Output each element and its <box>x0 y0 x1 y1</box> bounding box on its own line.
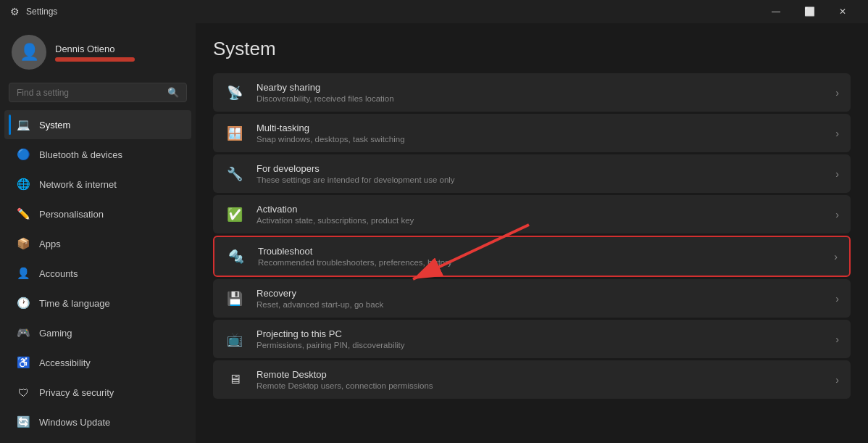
remote-desktop-icon: 🖥 <box>225 370 245 390</box>
sidebar-item-label-gaming: Gaming <box>39 328 72 339</box>
gaming-icon: 🎮 <box>16 326 30 340</box>
sidebar-item-label-accessibility: Accessibility <box>39 357 91 368</box>
settings-item-activation[interactable]: ✅ Activation Activation state, subscript… <box>213 195 851 233</box>
chevron-right-icon: › <box>835 209 839 220</box>
nav-list: 💻 System 🔵 Bluetooth & devices 🌐 Network… <box>0 109 196 437</box>
chevron-right-icon: › <box>835 374 839 386</box>
bluetooth-icon: 🔵 <box>16 147 30 162</box>
sidebar-item-label-apps: Apps <box>39 239 61 249</box>
sidebar-item-accounts[interactable]: 👤 Accounts <box>4 259 191 288</box>
close-button[interactable]: ✕ <box>826 0 859 23</box>
page-title: System <box>213 38 851 60</box>
window-controls: — ⬜ ✕ <box>759 0 859 23</box>
system-icon: 💻 <box>16 117 30 132</box>
projecting-icon: 📺 <box>225 329 245 349</box>
chevron-right-icon: › <box>834 251 838 262</box>
chevron-right-icon: › <box>835 128 839 139</box>
accounts-icon: 👤 <box>16 266 30 281</box>
settings-item-text: Recovery Reset, advanced start-up, go ba… <box>256 288 824 309</box>
settings-item-desc: Remote Desktop users, connection permiss… <box>256 381 824 390</box>
settings-item-desc: Discoverability, received files location <box>256 94 824 103</box>
sidebar: 👤 Dennis Otieno 🔍 💻 System <box>0 23 196 443</box>
sidebar-item-label-windows-update: Windows Update <box>39 417 110 428</box>
chevron-right-icon: › <box>835 87 839 99</box>
troubleshoot-icon: 🔩 <box>226 247 246 267</box>
sidebar-item-label-privacy: Privacy & security <box>39 387 114 398</box>
settings-item-title: Troubleshoot <box>258 246 822 257</box>
recovery-icon: 💾 <box>225 289 245 309</box>
privacy-icon: 🛡 <box>16 385 30 399</box>
chevron-right-icon: › <box>835 293 839 305</box>
sidebar-item-system[interactable]: 💻 System <box>4 110 191 139</box>
titlebar: ⚙ Settings — ⬜ ✕ <box>0 0 868 23</box>
sidebar-item-gaming[interactable]: 🎮 Gaming <box>4 318 191 347</box>
settings-item-title: Remote Desktop <box>256 369 824 380</box>
search-input[interactable] <box>17 88 162 98</box>
settings-item-nearby-sharing[interactable]: 📡 Nearby sharing Discoverability, receiv… <box>213 73 851 112</box>
settings-item-for-developers[interactable]: 🔧 For developers These settings are inte… <box>213 154 851 193</box>
avatar: 👤 <box>12 35 46 70</box>
settings-item-recovery[interactable]: 💾 Recovery Reset, advanced start-up, go … <box>213 279 851 318</box>
settings-item-text: For developers These settings are intend… <box>256 163 824 184</box>
main-content: System 📡 Nearby sharing Discoverability,… <box>196 23 868 443</box>
settings-app-icon: ⚙ <box>9 6 20 17</box>
titlebar-title: Settings <box>26 7 57 17</box>
sidebar-item-accessibility[interactable]: ♿ Accessibility <box>4 348 191 377</box>
sidebar-item-label-accounts: Accounts <box>39 268 78 279</box>
accessibility-icon: ♿ <box>16 355 30 370</box>
settings-item-desc: These settings are intended for developm… <box>256 175 824 184</box>
settings-item-title: For developers <box>256 163 824 174</box>
settings-item-text: Remote Desktop Remote Desktop users, con… <box>256 369 824 390</box>
sidebar-item-apps[interactable]: 📦 Apps <box>4 229 191 258</box>
settings-item-desc: Activation state, subscriptions, product… <box>256 216 824 225</box>
time-icon: 🕐 <box>16 296 30 310</box>
user-name: Dennis Otieno <box>55 44 135 54</box>
sidebar-item-windows-update[interactable]: 🔄 Windows Update <box>4 407 191 436</box>
user-bar <box>55 57 135 62</box>
minimize-button[interactable]: — <box>759 0 793 23</box>
settings-item-title: Multi-tasking <box>256 123 824 133</box>
apps-icon: 📦 <box>16 236 30 251</box>
sidebar-item-label-personalisation: Personalisation <box>39 209 104 220</box>
settings-item-text: Troubleshoot Recommended troubleshooters… <box>258 246 822 267</box>
search-container: 🔍 <box>0 78 196 109</box>
sidebar-item-network[interactable]: 🌐 Network & internet <box>4 170 191 199</box>
activation-icon: ✅ <box>225 204 245 225</box>
settings-item-remote-desktop[interactable]: 🖥 Remote Desktop Remote Desktop users, c… <box>213 360 851 399</box>
settings-list: 📡 Nearby sharing Discoverability, receiv… <box>213 73 851 399</box>
settings-item-text: Multi-tasking Snap windows, desktops, ta… <box>256 123 824 144</box>
sidebar-item-bluetooth[interactable]: 🔵 Bluetooth & devices <box>4 140 191 169</box>
chevron-right-icon: › <box>835 168 839 180</box>
settings-item-text: Nearby sharing Discoverability, received… <box>256 82 824 103</box>
search-icon: 🔍 <box>167 87 179 98</box>
sidebar-item-label-system: System <box>39 120 70 131</box>
windows-update-icon: 🔄 <box>16 415 30 429</box>
nearby-sharing-icon: 📡 <box>225 83 245 103</box>
sidebar-item-privacy[interactable]: 🛡 Privacy & security <box>4 378 191 407</box>
sidebar-item-label-bluetooth: Bluetooth & devices <box>39 149 122 160</box>
user-profile: 👤 Dennis Otieno <box>0 23 196 78</box>
maximize-button[interactable]: ⬜ <box>793 0 826 23</box>
personalisation-icon: ✏️ <box>16 207 30 221</box>
settings-item-desc: Recommended troubleshooters, preferences… <box>258 258 822 267</box>
sidebar-item-label-time: Time & language <box>39 298 110 309</box>
settings-item-desc: Permissions, pairing PIN, discoverabilit… <box>256 341 824 349</box>
settings-item-desc: Snap windows, desktops, task switching <box>256 135 824 144</box>
settings-item-multi-tasking[interactable]: 🪟 Multi-tasking Snap windows, desktops, … <box>213 114 851 152</box>
search-box[interactable]: 🔍 <box>9 83 187 102</box>
settings-item-desc: Reset, advanced start-up, go back <box>256 300 824 309</box>
for-developers-icon: 🔧 <box>225 164 245 184</box>
settings-item-title: Activation <box>256 204 824 215</box>
settings-item-troubleshoot[interactable]: 🔩 Troubleshoot Recommended troubleshoote… <box>213 236 851 277</box>
settings-item-text: Projecting to this PC Permissions, pairi… <box>256 328 824 349</box>
sidebar-item-personalisation[interactable]: ✏️ Personalisation <box>4 199 191 228</box>
settings-item-title: Nearby sharing <box>256 82 824 93</box>
sidebar-item-time[interactable]: 🕐 Time & language <box>4 289 191 318</box>
multi-tasking-icon: 🪟 <box>225 123 245 144</box>
settings-item-projecting[interactable]: 📺 Projecting to this PC Permissions, pai… <box>213 320 851 358</box>
chevron-right-icon: › <box>835 334 839 345</box>
network-icon: 🌐 <box>16 177 30 191</box>
sidebar-item-label-network: Network & internet <box>39 179 117 190</box>
settings-item-title: Projecting to this PC <box>256 328 824 339</box>
settings-item-title: Recovery <box>256 288 824 299</box>
